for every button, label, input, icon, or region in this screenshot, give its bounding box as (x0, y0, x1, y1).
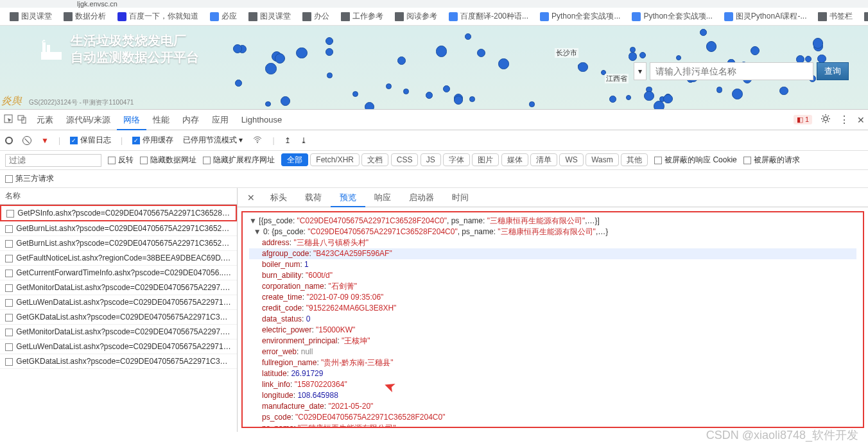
blocked-resp-checkbox[interactable]: 被屏蔽的响应 Cookie (654, 155, 737, 166)
bookmark-item[interactable]: 办公 (302, 11, 329, 22)
map-marker[interactable] (465, 33, 471, 40)
map-marker[interactable] (700, 29, 707, 36)
map-marker[interactable] (386, 83, 392, 89)
bookmark-item[interactable]: 百度一下，你就知道 (117, 11, 198, 22)
filter-chip[interactable]: 字体 (443, 153, 470, 166)
third-party-checkbox[interactable]: 第三方请求 (5, 173, 54, 184)
devtools-tab[interactable]: 性能 (146, 110, 176, 129)
filter-chip[interactable]: 文档 (361, 153, 388, 166)
bookmark-item[interactable]: Python全套实战项... (632, 11, 712, 22)
wifi-icon[interactable] (252, 135, 263, 146)
download-icon[interactable]: ⤓ (300, 136, 307, 145)
invert-checkbox[interactable]: 反转 (108, 155, 134, 166)
request-item[interactable]: GetBurnList.ashx?pscode=C029DE04705675A2… (0, 221, 237, 236)
map-marker[interactable] (639, 52, 646, 58)
bookmark-item[interactable]: 数据分析 (64, 11, 106, 22)
blocked-req-checkbox[interactable]: 被屏蔽的请求 (743, 155, 800, 166)
request-item[interactable]: GetPSInfo.ashx?pscode=C029DE04705675A229… (0, 205, 237, 221)
filter-chip[interactable]: 其他 (621, 153, 648, 166)
map-marker[interactable] (477, 49, 485, 57)
filter-input[interactable] (5, 154, 101, 167)
map-marker[interactable] (281, 96, 290, 106)
record-button[interactable] (5, 137, 13, 144)
response-tab[interactable]: 预览 (331, 189, 365, 207)
request-item[interactable]: GetCurrentForwardTimeInfo.ashx?pscode=C0… (0, 266, 237, 280)
search-input[interactable] (650, 62, 813, 80)
settings-icon[interactable] (820, 113, 831, 126)
filter-icon[interactable]: ▼ (41, 136, 49, 145)
hide-ext-checkbox[interactable]: 隐藏扩展程序网址 (203, 155, 275, 166)
bookmark-item[interactable]: 图灵课堂 (10, 11, 52, 22)
inspect-icon[interactable] (3, 114, 13, 126)
map-marker[interactable] (630, 47, 636, 53)
close-panel-icon[interactable]: ✕ (241, 193, 261, 203)
map-marker[interactable] (779, 87, 788, 96)
request-item[interactable]: GetMonitorDataList.ashx?pscode=C029DE047… (0, 325, 237, 339)
map-marker[interactable] (454, 96, 463, 105)
bookmark-item[interactable]: 工作参考 (341, 11, 383, 22)
bookmark-item[interactable]: 阅读参考 (395, 11, 437, 22)
map-marker[interactable] (663, 94, 672, 103)
map-marker[interactable] (326, 48, 333, 56)
throttle-dropdown[interactable]: 已停用节流模式 ▾ (183, 135, 243, 146)
map-marker[interactable] (716, 87, 723, 93)
bookmark-item[interactable]: 九道测试题 (864, 11, 868, 22)
devtools-tab[interactable]: 源代码/来源 (60, 110, 117, 129)
devtools-tab[interactable]: Lighthouse (235, 110, 289, 129)
map-marker[interactable] (751, 46, 759, 55)
map-marker[interactable] (403, 89, 409, 94)
map-marker[interactable] (296, 47, 307, 58)
map-marker[interactable] (443, 85, 451, 93)
map-marker[interactable] (235, 80, 242, 87)
close-icon[interactable]: ✕ (857, 115, 865, 125)
map-marker[interactable] (706, 41, 716, 51)
map-marker[interactable] (644, 91, 654, 101)
devtools-tab[interactable]: 网络 (117, 110, 146, 130)
more-icon[interactable]: ⋮ (839, 114, 849, 126)
request-item[interactable]: GetLuWenDataList.ashx?pscode=C029DE04705… (0, 295, 237, 310)
map-marker[interactable] (817, 55, 826, 63)
request-item[interactable]: GetGKDataList.ashx?pscode=C029DE04705675… (0, 354, 237, 369)
search-button[interactable]: 查询 (817, 62, 849, 80)
map-marker[interactable] (813, 38, 824, 49)
bookmark-item[interactable]: 百度翻译-200种语... (449, 11, 528, 22)
map-marker[interactable] (265, 63, 276, 74)
map-marker[interactable] (654, 101, 665, 109)
map-marker[interactable] (436, 46, 447, 57)
filter-chip[interactable]: Wasm (586, 153, 619, 166)
filter-chip[interactable]: 媒体 (501, 153, 528, 166)
clear-button[interactable] (22, 136, 31, 145)
map-marker[interactable] (676, 55, 681, 60)
device-icon[interactable] (17, 114, 27, 126)
request-item[interactable]: GetLuWenDataList.ashx?pscode=C029DE04705… (0, 339, 237, 354)
map-marker[interactable] (578, 62, 587, 72)
filter-chip[interactable]: 清单 (530, 153, 557, 166)
request-item[interactable]: GetBurnList.ashx?pscode=C029DE04705675A2… (0, 236, 237, 251)
map-marker[interactable] (498, 58, 509, 69)
map-marker[interactable] (805, 56, 812, 62)
response-tab[interactable]: 载荷 (296, 189, 331, 206)
preserve-log-checkbox[interactable]: ✓保留日志 (70, 135, 111, 146)
map-marker[interactable] (529, 101, 534, 107)
bookmark-item[interactable]: 图灵PythonAI课程-... (724, 11, 807, 22)
devtools-tab[interactable]: 元素 (30, 110, 60, 129)
map-marker[interactable] (265, 101, 271, 107)
filter-chip[interactable]: 全部 (281, 153, 308, 166)
filter-chip[interactable]: WS (559, 153, 583, 166)
request-item[interactable]: GetGKDataList.ashx?pscode=C029DE04705675… (0, 310, 237, 325)
warnings-badge[interactable]: ◧ 1 (794, 115, 812, 124)
devtools-tab[interactable]: 内存 (176, 110, 205, 129)
response-tab[interactable]: 标头 (261, 189, 296, 206)
map-marker[interactable] (327, 73, 333, 78)
response-tab[interactable]: 响应 (365, 189, 400, 206)
map-marker[interactable] (326, 37, 334, 46)
map-marker[interactable] (365, 102, 374, 109)
search-dropdown[interactable]: ▾ (634, 62, 647, 80)
response-tab[interactable]: 启动器 (400, 189, 443, 206)
map-marker[interactable] (426, 92, 433, 99)
filter-chip[interactable]: 图片 (472, 153, 499, 166)
bookmark-item[interactable]: Python全套实战项... (540, 11, 620, 22)
request-item[interactable]: GetFaultNoticeList.ashx?regionCode=38BEE… (0, 251, 237, 266)
map-marker[interactable] (275, 53, 285, 64)
disable-cache-checkbox[interactable]: ✓停用缓存 (132, 135, 173, 146)
